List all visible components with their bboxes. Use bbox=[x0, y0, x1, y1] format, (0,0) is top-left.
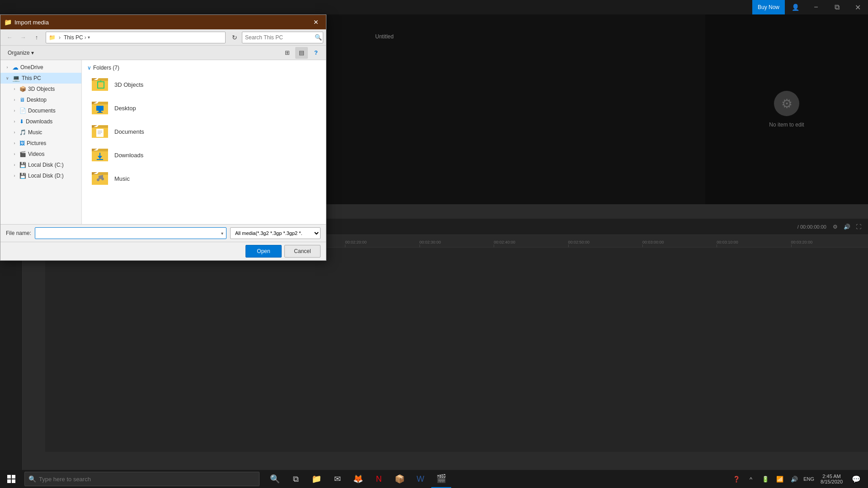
start-button[interactable] bbox=[0, 470, 23, 488]
cancel-button[interactable]: Cancel bbox=[284, 245, 321, 258]
expand-pictures: › bbox=[11, 140, 18, 146]
search-input-wrap[interactable]: 🔍 bbox=[242, 32, 323, 43]
ruler-mark-10: 00:03:10:00 bbox=[717, 240, 791, 247]
taskbar-netflix[interactable]: N bbox=[369, 470, 389, 488]
dialog-action-row: Open Cancel bbox=[0, 242, 326, 260]
tree-item-music[interactable]: › 🎵 Music bbox=[0, 127, 81, 138]
buy-now-button[interactable]: Buy Now bbox=[752, 0, 785, 14]
tree-item-videos[interactable]: › 🎬 Videos bbox=[0, 149, 81, 160]
view-grid-button[interactable]: ⊞ bbox=[281, 47, 293, 59]
folder-icon-music bbox=[91, 170, 109, 187]
downloads-icon: ⬇ bbox=[19, 118, 24, 125]
dialog-title-text: Import media bbox=[14, 19, 310, 26]
taskbar-help-icon[interactable]: ❓ bbox=[730, 470, 743, 488]
taskbar-lang-icon[interactable]: ENG bbox=[802, 470, 815, 488]
notification-icon[interactable]: 💬 bbox=[848, 470, 864, 488]
expand-downloads: › bbox=[11, 118, 18, 125]
ruler-mark-9: 00:03:00:00 bbox=[642, 240, 717, 247]
timeline-fullscreen[interactable]: ⛶ bbox=[854, 222, 863, 232]
view-details-button[interactable]: ▤ bbox=[295, 47, 308, 59]
this-pc-label: This PC bbox=[22, 75, 41, 81]
taskbar-firefox[interactable]: 🦊 bbox=[348, 470, 368, 488]
folder-icon-3d bbox=[91, 76, 109, 93]
taskbar-search-icon-btn[interactable]: 🔍 bbox=[265, 470, 285, 488]
folders-section-header[interactable]: ∨ Folders (7) bbox=[82, 63, 326, 73]
folder-label-3d: 3D Objects bbox=[114, 81, 143, 88]
expand-documents: › bbox=[11, 108, 18, 114]
tree-item-onedrive[interactable]: › ☁ OneDrive bbox=[0, 62, 81, 73]
taskbar-task-view[interactable]: ⧉ bbox=[286, 470, 306, 488]
tree-item-3d-objects[interactable]: › 📦 3D Objects bbox=[0, 84, 81, 94]
organize-label: Organize bbox=[8, 50, 30, 56]
open-button[interactable]: Open bbox=[245, 245, 282, 258]
music-icon: 🎵 bbox=[19, 129, 26, 136]
taskbar-volume-icon[interactable]: 🔊 bbox=[788, 470, 801, 488]
local-c-label: Local Disk (C:) bbox=[28, 162, 64, 168]
folder-item-downloads[interactable]: Downloads bbox=[82, 143, 326, 167]
dialog-filename-row: File name: ▾ All media(*.3g2 *.3gp *.3gp… bbox=[0, 224, 326, 242]
tree-item-local-c[interactable]: › 💾 Local Disk (C:) bbox=[0, 160, 81, 170]
dialog-left-pane: › ☁ OneDrive ∨ 💻 This PC › 📦 3D Objects … bbox=[0, 60, 82, 224]
taskbar-chevron-icon[interactable]: ^ bbox=[745, 470, 757, 488]
breadcrumb-bar[interactable]: 📁 › This PC › ▾ bbox=[46, 32, 226, 43]
search-input[interactable] bbox=[245, 34, 313, 41]
taskbar-search-bar[interactable]: 🔍 bbox=[24, 472, 259, 486]
documents-icon: 📄 bbox=[19, 108, 26, 114]
filetype-select[interactable]: All media(*.3g2 *.3gp *.3gp2 *. bbox=[230, 227, 321, 239]
organize-button[interactable]: Organize ▾ bbox=[4, 48, 38, 57]
taskbar-mail[interactable]: ✉ bbox=[327, 470, 347, 488]
desktop-label: Desktop bbox=[27, 97, 47, 103]
search-icon: 🔍 bbox=[315, 34, 322, 41]
taskbar-clock[interactable]: 2:45 AM 8/15/2020 bbox=[817, 470, 846, 488]
timeline-settings[interactable]: ⚙ bbox=[830, 222, 840, 232]
restore-button[interactable]: ⧉ bbox=[826, 0, 847, 14]
minimize-button[interactable]: − bbox=[806, 0, 826, 14]
taskbar-search-input[interactable] bbox=[39, 476, 255, 483]
tree-item-this-pc[interactable]: ∨ 💻 This PC bbox=[0, 73, 81, 84]
folder-item-desktop[interactable]: Desktop bbox=[82, 96, 326, 120]
close-app-button[interactable]: ✕ bbox=[847, 0, 868, 14]
filename-label: File name: bbox=[6, 230, 31, 236]
taskbar-wifi-icon[interactable]: 📶 bbox=[774, 470, 786, 488]
expand-this-pc: ∨ bbox=[4, 75, 10, 81]
folder-label-downloads: Downloads bbox=[114, 152, 143, 159]
nav-back-button[interactable]: ← bbox=[3, 31, 16, 44]
documents-label: Documents bbox=[28, 108, 56, 114]
tree-item-downloads[interactable]: › ⬇ Downloads bbox=[0, 116, 81, 127]
filename-input-wrap[interactable]: ▾ bbox=[35, 227, 226, 239]
video-title: Untitled bbox=[375, 33, 394, 40]
dialog-body: › ☁ OneDrive ∨ 💻 This PC › 📦 3D Objects … bbox=[0, 60, 326, 224]
videos-label: Videos bbox=[28, 151, 44, 157]
svg-point-12 bbox=[97, 178, 99, 181]
toolbar-right: ⊞ ▤ ? bbox=[281, 47, 322, 59]
tree-item-pictures[interactable]: › 🖼 Pictures bbox=[0, 138, 81, 149]
taskbar-amazon[interactable]: 📦 bbox=[390, 470, 410, 488]
ruler-mark-11: 00:03:20:00 bbox=[791, 240, 865, 247]
taskbar-video-editor[interactable]: 🎬 bbox=[431, 470, 451, 488]
tree-item-documents[interactable]: › 📄 Documents bbox=[0, 105, 81, 116]
user-account-button[interactable]: 👤 bbox=[785, 0, 806, 14]
videos-icon: 🎬 bbox=[19, 151, 26, 157]
timeline-volume[interactable]: 🔊 bbox=[842, 222, 852, 232]
taskbar-file-explorer[interactable]: 📁 bbox=[307, 470, 326, 488]
nav-up-button[interactable]: ↑ bbox=[30, 31, 43, 44]
refresh-button[interactable]: ↻ bbox=[228, 31, 241, 44]
tree-item-desktop[interactable]: › 🖥 Desktop bbox=[0, 94, 81, 105]
svg-rect-17 bbox=[12, 479, 15, 483]
taskbar-word[interactable]: W bbox=[410, 470, 430, 488]
app-titlebar: Buy Now 👤 − ⧉ ✕ bbox=[0, 0, 868, 14]
onedrive-icon: ☁ bbox=[12, 64, 19, 71]
filename-input[interactable] bbox=[38, 230, 221, 236]
folder-item-music[interactable]: Music bbox=[82, 167, 326, 190]
filename-dropdown[interactable]: ▾ bbox=[221, 231, 223, 236]
folder-item-documents[interactable]: Documents bbox=[82, 120, 326, 143]
breadcrumb-this-pc: This PC bbox=[64, 34, 83, 41]
dialog-nav: ← → ↑ 📁 › This PC › ▾ ↻ 🔍 bbox=[0, 29, 326, 46]
nav-forward-button[interactable]: → bbox=[17, 31, 29, 44]
tree-item-local-d[interactable]: › 💾 Local Disk (D:) bbox=[0, 170, 81, 181]
breadcrumb-dropdown[interactable]: ▾ bbox=[88, 35, 90, 40]
folder-item-3d[interactable]: 3D Objects bbox=[82, 73, 326, 96]
help-button[interactable]: ? bbox=[310, 47, 322, 59]
taskbar-battery-icon[interactable]: 🔋 bbox=[759, 470, 772, 488]
dialog-close-button[interactable]: ✕ bbox=[310, 17, 322, 27]
